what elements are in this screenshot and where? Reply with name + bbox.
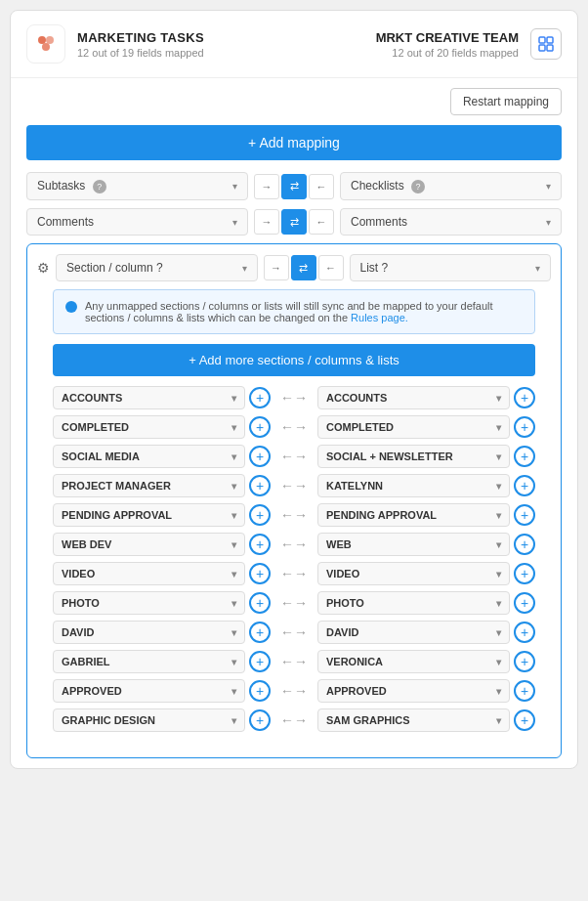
double-arrow-gabriel: ←→ <box>276 654 312 669</box>
rules-page-link[interactable]: Rules page. <box>351 312 408 323</box>
table-row: VIDEO ▾ + ←→ VIDEO ▾ + <box>53 562 535 585</box>
left-plus-david[interactable]: + <box>249 622 271 643</box>
left-plus-video[interactable]: + <box>249 563 271 584</box>
right-app-info: MRKT CREATIVE TEAM 12 out of 20 fields m… <box>376 30 519 59</box>
section-arrow-both-btn[interactable]: ⇄ <box>291 255 316 280</box>
section-column-select[interactable]: Section / column ? ▾ <box>56 254 258 281</box>
row-right-completed: COMPLETED ▾ + <box>317 415 535 439</box>
left-dropdown-webdev[interactable]: WEB DEV ▾ <box>53 533 245 556</box>
left-plus-photo[interactable]: + <box>249 592 271 614</box>
left-plus-approved[interactable]: + <box>249 680 271 702</box>
row-right-gabriel: VERONICA ▾ + <box>317 650 535 673</box>
subtasks-left-select[interactable]: Subtasks ? ▾ <box>26 172 248 200</box>
double-arrow-david: ←→ <box>276 624 312 640</box>
subtasks-left-chevron: ▾ <box>232 181 237 192</box>
left-plus-webdev[interactable]: + <box>249 534 271 555</box>
mapping-row-comments: Comments ▾ → ⇄ ← Comments ▾ <box>26 208 562 236</box>
header-left: MARKETING TASKS 12 out of 19 fields mapp… <box>26 24 204 64</box>
right-plus-accounts[interactable]: + <box>514 387 535 408</box>
add-mapping-button[interactable]: + Add mapping <box>26 125 562 160</box>
comments-arrow-right-btn[interactable]: ← <box>309 209 334 235</box>
right-plus-approved[interactable]: + <box>514 680 535 702</box>
left-plus-graphic[interactable]: + <box>249 709 271 731</box>
double-arrow-completed: ←→ <box>276 419 312 435</box>
add-sections-button[interactable]: + Add more sections / columns & lists <box>53 344 535 376</box>
right-plus-completed[interactable]: + <box>514 416 535 438</box>
comments-arrow-group: → ⇄ ← <box>254 209 334 235</box>
right-plus-pm[interactable]: + <box>514 475 535 496</box>
right-dropdown-photo[interactable]: PHOTO ▾ <box>317 591 510 615</box>
left-dropdown-pending[interactable]: PENDING APPROVAL ▾ <box>53 503 245 527</box>
right-plus-webdev[interactable]: + <box>514 534 535 555</box>
app-icon-button[interactable] <box>530 28 562 60</box>
section-arrow-left-btn[interactable]: → <box>264 255 289 280</box>
left-app-info: MARKETING TASKS 12 out of 19 fields mapp… <box>77 30 204 59</box>
right-dropdown-graphic[interactable]: SAM GRAPHICS ▾ <box>317 708 510 732</box>
left-dropdown-pm[interactable]: PROJECT MANAGER ▾ <box>53 474 245 497</box>
left-dropdown-accounts[interactable]: ACCOUNTS ▾ <box>53 386 245 409</box>
left-plus-accounts[interactable]: + <box>249 387 271 408</box>
left-dropdown-approved[interactable]: APPROVED ▾ <box>53 679 245 703</box>
right-plus-graphic[interactable]: + <box>514 709 535 731</box>
right-dropdown-webdev[interactable]: WEB ▾ <box>317 533 510 556</box>
left-plus-social[interactable]: + <box>249 446 271 467</box>
left-dropdown-gabriel[interactable]: GABRIEL ▾ <box>53 650 245 673</box>
checklists-help-icon[interactable]: ? <box>411 180 425 193</box>
subtasks-left-label: Subtasks ? <box>37 179 106 193</box>
row-left-gabriel: GABRIEL ▾ + <box>53 650 271 673</box>
left-plus-pm[interactable]: + <box>249 475 271 496</box>
right-plus-social[interactable]: + <box>514 446 535 467</box>
left-dropdown-david[interactable]: DAVID ▾ <box>53 621 245 644</box>
right-plus-photo[interactable]: + <box>514 592 535 614</box>
right-dropdown-pending[interactable]: PENDING APPROVAL ▾ <box>317 503 510 527</box>
comments-left-select[interactable]: Comments ▾ <box>26 208 248 236</box>
left-dropdown-photo[interactable]: PHOTO ▾ <box>53 591 245 615</box>
right-dropdown-video[interactable]: VIDEO ▾ <box>317 562 510 585</box>
arrow-left-btn[interactable]: → <box>254 174 279 199</box>
left-plus-completed[interactable]: + <box>249 416 271 438</box>
left-plus-gabriel[interactable]: + <box>249 651 271 672</box>
right-dropdown-approved[interactable]: APPROVED ▾ <box>317 679 510 703</box>
right-dropdown-completed[interactable]: COMPLETED ▾ <box>317 415 510 439</box>
row-left-completed: COMPLETED ▾ + <box>53 415 271 439</box>
right-plus-david[interactable]: + <box>514 622 535 643</box>
header: MARKETING TASKS 12 out of 19 fields mapp… <box>11 11 577 78</box>
right-dropdown-social[interactable]: SOCIAL + NEWSLETTER ▾ <box>317 445 510 468</box>
comments-right-label: Comments <box>351 215 407 229</box>
right-plus-gabriel[interactable]: + <box>514 651 535 672</box>
arrow-right-btn[interactable]: ← <box>309 174 334 199</box>
comments-left-chevron: ▾ <box>232 217 237 228</box>
table-row: APPROVED ▾ + ←→ APPROVED ▾ + <box>53 679 535 703</box>
subtasks-help-icon[interactable]: ? <box>93 180 106 193</box>
right-dropdown-david[interactable]: DAVID ▾ <box>317 621 510 644</box>
list-help-icon[interactable]: ? <box>382 261 389 275</box>
arrow-both-btn[interactable]: ⇄ <box>281 174 307 199</box>
section-help-icon[interactable]: ? <box>156 261 163 275</box>
restart-mapping-button[interactable]: Restart mapping <box>450 88 562 115</box>
table-row: GRAPHIC DESIGN ▾ + ←→ SAM GRAPHICS ▾ + <box>53 708 535 732</box>
double-arrow-photo: ←→ <box>276 595 312 611</box>
comments-arrow-left-btn[interactable]: → <box>254 209 279 235</box>
row-left-video: VIDEO ▾ + <box>53 562 271 585</box>
svg-rect-5 <box>539 45 545 51</box>
section-column-block: ⚙ Section / column ? ▾ → ⇄ ← List ? ▾ An… <box>26 243 562 758</box>
left-dropdown-video[interactable]: VIDEO ▾ <box>53 562 245 585</box>
section-column-label: Section / column ? <box>66 261 163 275</box>
right-label-pm: KATELYNN <box>326 480 383 492</box>
right-dropdown-accounts[interactable]: ACCOUNTS ▾ <box>317 386 510 409</box>
row-right-david: DAVID ▾ + <box>317 621 535 644</box>
left-dropdown-graphic[interactable]: GRAPHIC DESIGN ▾ <box>53 708 245 732</box>
comments-arrow-both-btn[interactable]: ⇄ <box>281 209 307 235</box>
right-plus-pending[interactable]: + <box>514 504 535 526</box>
section-arrow-right-btn[interactable]: ← <box>318 255 344 280</box>
left-plus-pending[interactable]: + <box>249 504 271 526</box>
left-dropdown-completed[interactable]: COMPLETED ▾ <box>53 415 245 439</box>
checklists-right-select[interactable]: Checklists ? ▾ <box>340 172 562 200</box>
list-select[interactable]: List ? ▾ <box>350 254 552 281</box>
comments-right-select[interactable]: Comments ▾ <box>340 208 562 236</box>
right-plus-video[interactable]: + <box>514 563 535 584</box>
left-dropdown-social[interactable]: SOCIAL MEDIA ▾ <box>53 445 245 468</box>
right-dropdown-gabriel[interactable]: VERONICA ▾ <box>317 650 510 673</box>
gear-icon[interactable]: ⚙ <box>37 260 50 276</box>
right-dropdown-pm[interactable]: KATELYNN ▾ <box>317 474 510 497</box>
